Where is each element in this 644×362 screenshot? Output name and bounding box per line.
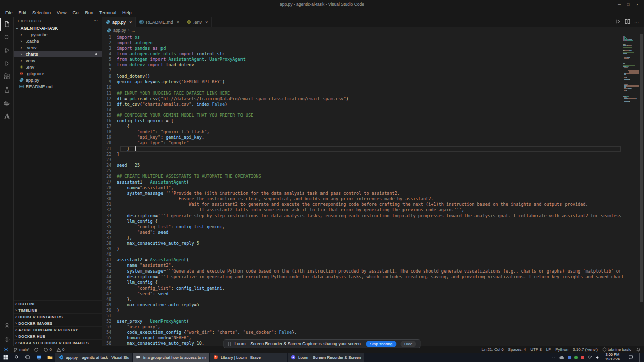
code-line-content: import pandas as pd — [117, 46, 166, 51]
editor-tab-.env[interactable]: .env× — [183, 17, 212, 27]
more-actions-icon[interactable]: ⋯ — [94, 19, 98, 23]
tray-teams[interactable] — [568, 356, 571, 359]
taskbar-window-button[interactable]: Library | Loom - Brave — [210, 353, 287, 362]
split-editor-icon[interactable] — [625, 19, 630, 25]
scrollbar-thumb[interactable] — [640, 34, 643, 302]
section-timeline[interactable]: ›TIMELINE — [14, 307, 102, 313]
section-docker-hub[interactable]: ›DOCKER HUB — [14, 333, 102, 339]
folder-item-.venv[interactable]: ›.venv — [14, 44, 102, 51]
minimize-button[interactable]: ─ — [615, 2, 624, 7]
menu-item-view[interactable]: View — [54, 8, 69, 17]
notifications-bell[interactable] — [636, 347, 641, 352]
section-outline[interactable]: ›OUTLINE — [14, 300, 102, 307]
menu-item-selection[interactable]: Selection — [29, 8, 54, 17]
menu-item-help[interactable]: Help — [119, 8, 135, 17]
tray-onedrive[interactable] — [559, 355, 565, 360]
explorer-root-folder[interactable]: ⌄ AGENTIC-AI-TASK — [14, 25, 102, 31]
menu-item-terminal[interactable]: Terminal — [96, 8, 119, 17]
code-lines[interactable]: 1import os2import autogen3import pandas … — [102, 35, 623, 346]
action-center-icon[interactable] — [625, 353, 636, 362]
menu-item-edit[interactable]: Edit — [16, 8, 30, 17]
close-icon[interactable]: × — [129, 20, 132, 25]
activity-extensions-icon[interactable] — [0, 70, 13, 83]
file-item-.env[interactable]: .env — [14, 64, 102, 70]
line-number: 36 — [102, 230, 117, 235]
breadcrumb[interactable]: app.py › ... — [102, 27, 644, 34]
editor-tab-app.py[interactable]: app.py× — [102, 17, 136, 27]
activity-testing-icon[interactable] — [0, 83, 13, 96]
eol[interactable]: LF — [546, 347, 551, 352]
section-docker-containers[interactable]: ›DOCKER CONTAINERS — [14, 313, 102, 320]
git-sync[interactable] — [34, 347, 39, 352]
tray-network[interactable] — [587, 355, 592, 360]
stop-sharing-button[interactable]: Stop sharing — [366, 341, 396, 347]
pinned-file-explorer[interactable] — [44, 353, 55, 362]
tray-expand[interactable] — [551, 355, 556, 360]
tray-app-red[interactable] — [581, 356, 584, 359]
activity-docker-icon[interactable] — [0, 96, 13, 109]
tabnine[interactable]: tabnine basic — [602, 347, 631, 352]
language-mode[interactable]: Python — [555, 347, 568, 352]
taskbar-search[interactable] — [11, 353, 22, 362]
more-actions-icon[interactable]: ⋯ — [634, 19, 639, 25]
errors-count[interactable]: 0 — [43, 347, 51, 352]
editor-tab-README.md[interactable]: README.md× — [136, 17, 183, 27]
code-line-content: }, — [117, 235, 132, 241]
show-desktop-button[interactable] — [639, 353, 642, 362]
activity-azure-icon[interactable] — [0, 109, 13, 122]
tray-app-green[interactable] — [574, 356, 578, 359]
code-line: 28 name="assistant1", — [102, 185, 623, 191]
file-item-app.py[interactable]: app.py — [14, 77, 102, 83]
indentation[interactable]: Spaces: 4 — [508, 347, 526, 352]
menu-item-go[interactable]: Go — [69, 8, 82, 17]
tray-volume[interactable] — [595, 355, 600, 360]
close-button[interactable]: × — [633, 2, 642, 7]
taskbar-window-button[interactable]: app.py - agentic-ai-task - Visual Stud..… — [55, 353, 132, 362]
close-icon[interactable]: × — [177, 20, 179, 25]
close-icon[interactable]: × — [205, 20, 208, 25]
pinned-this-pc[interactable] — [33, 353, 44, 362]
python-interpreter[interactable]: 3.10.7 ('venv') — [573, 347, 598, 352]
file-item-README.md[interactable]: README.md — [14, 83, 102, 90]
activity-run-debug-icon[interactable] — [0, 57, 13, 70]
taskbar-clock[interactable]: 3:06 PM 19/12/24 — [603, 353, 622, 361]
item-label: __pycache__ — [26, 32, 53, 37]
encoding[interactable]: UTF-8 — [530, 347, 542, 352]
activity-search-icon[interactable] — [0, 31, 13, 44]
cursor-position[interactable]: Ln 21, Col 6 — [481, 347, 503, 352]
explorer-sidebar: EXPLORER ⋯ ⌄ AGENTIC-AI-TASK ›__pycache_… — [14, 17, 102, 346]
maximize-button[interactable]: □ — [624, 2, 633, 7]
folder-item-__pycache__[interactable]: ›__pycache__ — [14, 31, 102, 38]
code-line: 23 — [102, 157, 623, 163]
vertical-scrollbar[interactable] — [639, 34, 644, 346]
activity-source-control-icon[interactable] — [0, 44, 13, 57]
folder-item-charts[interactable]: ›charts — [14, 51, 102, 57]
taskbar-window-button[interactable]: Loom – Screen Recorder & Screen C... — [288, 353, 364, 362]
line-number: 35 — [102, 224, 117, 230]
line-number: 44 — [102, 274, 117, 280]
activity-account-icon[interactable] — [0, 319, 13, 332]
task-view[interactable] — [22, 353, 33, 362]
folder-item-.cache[interactable]: ›.cache — [14, 38, 102, 44]
section-azure-container-registry[interactable]: ›AZURE CONTAINER REGISTRY — [14, 326, 102, 333]
file-item-.gitignore[interactable]: .gitignore — [14, 70, 102, 77]
folder-item-venv[interactable]: ›venv — [14, 57, 102, 64]
warnings-count[interactable]: 0 — [56, 347, 64, 352]
run-icon[interactable] — [615, 19, 621, 25]
taskbar-window-button[interactable]: in a group chat how to access to me... — [133, 353, 209, 362]
activity-explorer-icon[interactable] — [0, 18, 13, 31]
section-suggested-docker-hub-images[interactable]: ›SUGGESTED DOCKER HUB IMAGES — [14, 339, 102, 346]
breadcrumb-symbol[interactable]: ... — [131, 28, 135, 33]
minimap[interactable] — [623, 36, 639, 102]
activity-settings-icon[interactable] — [0, 333, 13, 346]
remote-indicator[interactable] — [3, 347, 9, 352]
start-button[interactable] — [0, 353, 11, 362]
menu-item-run[interactable]: Run — [82, 8, 96, 17]
section-docker-images[interactable]: ›DOCKER IMAGES — [14, 320, 102, 326]
breadcrumb-file[interactable]: app.py — [113, 28, 126, 33]
code-line-content: from autogen import AssistantAgent, User… — [117, 57, 246, 62]
menu-item-file[interactable]: File — [2, 8, 16, 17]
hide-button[interactable]: Hide — [400, 341, 416, 347]
code-editor[interactable]: 1import os2import autogen3import pandas … — [102, 34, 644, 346]
git-branch[interactable]: main* — [13, 347, 29, 352]
